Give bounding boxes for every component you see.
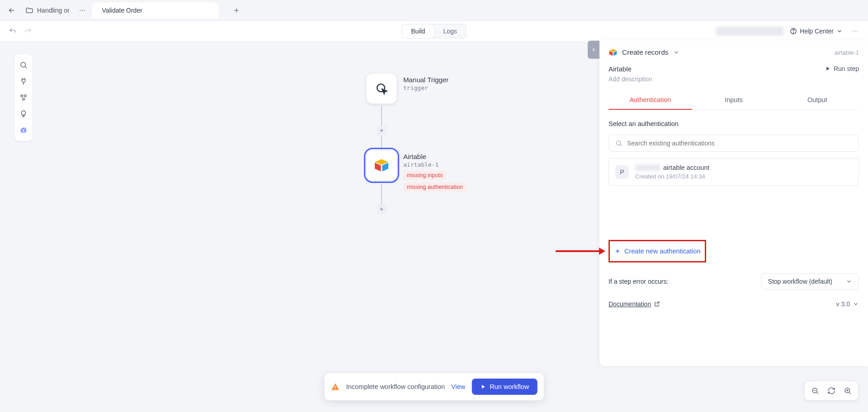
step-error-label: If a step error occurs: <box>609 278 668 285</box>
add-tab-button[interactable] <box>230 4 243 17</box>
step-config-panel: Create records airtable-1 Airtable Add d… <box>599 41 868 366</box>
existing-auth-item[interactable]: P airtable account Created on 19/07/24 1… <box>609 158 859 186</box>
integrations-tool[interactable] <box>16 90 31 105</box>
help-icon <box>790 28 797 35</box>
svg-point-8 <box>21 62 26 67</box>
svg-point-14 <box>24 130 25 131</box>
error-badge-auth: missing authentication <box>403 183 467 192</box>
panel-description-placeholder[interactable]: Add description <box>609 75 652 83</box>
doc-label: Documentation <box>609 300 651 308</box>
node-icon-box <box>366 73 397 104</box>
create-new-auth-button[interactable]: Create new authentication <box>609 240 706 262</box>
step-error-value: Stop workflow (default) <box>768 278 832 285</box>
svg-point-22 <box>617 141 621 145</box>
segment-build[interactable]: Build <box>402 24 434 38</box>
plug-tool[interactable] <box>16 74 31 89</box>
version-select[interactable]: v 3.0 <box>836 300 859 308</box>
chevron-down-icon <box>846 278 852 285</box>
toast-text: Incomplete workflow configuration <box>346 383 445 390</box>
zoom-reset-button[interactable] <box>824 384 839 398</box>
svg-point-6 <box>855 30 856 31</box>
more-menu-button[interactable] <box>849 25 862 37</box>
undo-button[interactable] <box>6 25 19 37</box>
cursor-click-icon <box>374 81 389 96</box>
svg-point-2 <box>84 10 85 11</box>
create-auth-label: Create new authentication <box>624 248 700 255</box>
svg-point-5 <box>853 30 854 31</box>
help-label: Help Center <box>800 28 834 35</box>
ai-tool[interactable] <box>16 123 31 137</box>
error-badge-inputs: missing inputs <box>403 171 446 180</box>
svg-marker-24 <box>599 248 605 255</box>
version-label: v 3.0 <box>836 300 850 308</box>
svg-point-13 <box>22 130 23 131</box>
panel-step-id: airtable-1 <box>835 49 859 56</box>
tab-inputs[interactable]: Inputs <box>692 91 776 110</box>
back-button[interactable] <box>5 4 18 17</box>
svg-point-11 <box>23 98 25 101</box>
main-toolbar: Build Logs Help Center <box>0 21 868 41</box>
svg-point-10 <box>24 95 27 97</box>
auth-created-date: Created on 19/07/24 14:34 <box>635 173 709 180</box>
node-manual-trigger[interactable]: Manual Trigger trigger <box>366 73 448 104</box>
play-icon <box>480 384 486 390</box>
svg-rect-25 <box>335 386 336 388</box>
idea-tool[interactable] <box>16 107 31 121</box>
svg-point-9 <box>21 95 23 97</box>
top-bar: Handling or Validate Order <box>0 0 868 21</box>
svg-point-4 <box>793 32 794 33</box>
tab-output[interactable]: Output <box>775 91 859 110</box>
collapse-panel-button[interactable] <box>588 41 599 59</box>
documentation-link[interactable]: Documentation <box>609 300 660 308</box>
external-link-icon <box>654 301 660 307</box>
side-tool-palette <box>14 54 33 141</box>
breadcrumb-more-icon[interactable] <box>79 7 86 14</box>
zoom-in-button[interactable] <box>840 384 855 398</box>
auth-search-input[interactable] <box>627 140 852 147</box>
plus-icon <box>614 248 621 254</box>
auth-avatar: P <box>615 165 629 179</box>
warning-icon <box>331 382 340 391</box>
airtable-icon <box>373 157 390 173</box>
tab-validate-order[interactable]: Validate Order <box>92 2 219 19</box>
folder-label: Handling or <box>37 7 70 14</box>
zoom-out-button[interactable] <box>807 384 823 398</box>
auth-name: airtable account <box>635 164 709 171</box>
search-icon <box>615 140 623 147</box>
run-step-button[interactable]: Run step <box>825 65 859 72</box>
node-subtitle: airtable-1 <box>403 161 468 168</box>
zoom-controls <box>805 381 858 400</box>
node-icon-box <box>366 150 397 181</box>
connector-line <box>381 184 382 206</box>
folder-icon <box>25 6 33 14</box>
auth-search-box[interactable] <box>609 135 859 152</box>
segment-logs[interactable]: Logs <box>434 24 466 38</box>
run-step-label: Run step <box>834 65 859 72</box>
redo-button[interactable] <box>22 25 34 37</box>
panel-service-name: Airtable <box>609 65 652 73</box>
chevron-down-icon <box>853 301 859 307</box>
run-workflow-button[interactable]: Run workflow <box>472 379 537 395</box>
help-center-button[interactable]: Help Center <box>790 28 843 35</box>
search-tool[interactable] <box>16 58 31 72</box>
chevron-down-icon <box>836 28 843 34</box>
panel-title: Create records <box>622 48 669 56</box>
toast-view-link[interactable]: View <box>451 383 465 390</box>
node-meta: Airtable airtable-1 missing inputs missi… <box>403 150 468 192</box>
svg-point-7 <box>857 30 858 31</box>
workflow-status-toast: Incomplete workflow configuration View R… <box>325 373 544 400</box>
step-error-select[interactable]: Stop workflow (default) <box>761 273 859 290</box>
play-icon <box>825 66 831 72</box>
callout-arrow-icon <box>556 246 605 257</box>
workflow-canvas[interactable]: Manual Trigger trigger Airtable airtable… <box>0 41 868 412</box>
add-step-between[interactable] <box>377 126 387 136</box>
add-step-after[interactable] <box>377 204 387 214</box>
run-workflow-label: Run workflow <box>490 383 529 390</box>
tab-label: Validate Order <box>102 7 142 14</box>
tab-authentication[interactable]: Authentication <box>609 91 692 110</box>
auth-name-masked <box>635 164 660 171</box>
breadcrumb-folder[interactable]: Handling or <box>22 5 73 16</box>
svg-point-1 <box>82 10 83 11</box>
chevron-down-icon[interactable] <box>673 49 679 56</box>
airtable-icon <box>609 48 618 57</box>
